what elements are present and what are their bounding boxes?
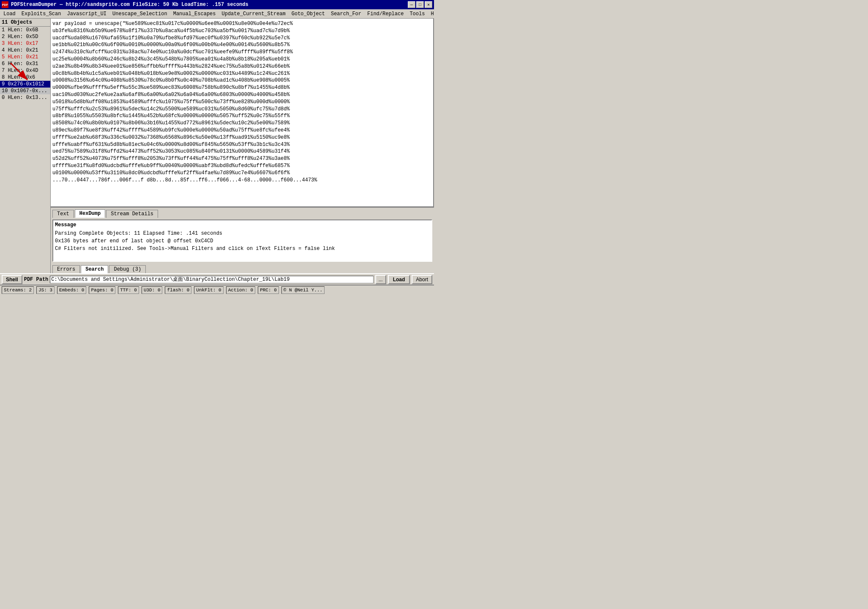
title-bar: PDF PDFStreamDumper — http://sandsprite.… [0, 0, 434, 9]
status-u3d: U3D: 0 [142, 286, 163, 294]
menu-tools[interactable]: Tools [407, 10, 427, 18]
bottom-tab-errors[interactable]: Errors [52, 265, 80, 273]
close-button[interactable]: ✕ [425, 1, 432, 8]
sidebar-item-5[interactable]: 5 HLen: 0x21 [0, 54, 50, 60]
status-prc: PRC: 0 [258, 286, 279, 294]
tab-hexdump[interactable]: HexDump [75, 209, 105, 218]
status-ttf: TTF: 0 [118, 286, 139, 294]
message-content: Parsing Complete Objects: 11 Elapsed Tim… [55, 230, 430, 252]
status-pages: Pages: 0 [89, 286, 115, 294]
bottom-tab-search[interactable]: Search [81, 265, 108, 273]
bottom-tab-debug[interactable]: Debug (3) [109, 265, 146, 273]
menu-load[interactable]: Load [1, 10, 18, 18]
browse-button[interactable]: ... [375, 275, 386, 284]
abort-button[interactable]: Abort [412, 275, 432, 284]
menu-find-replace[interactable]: Find/Replace [365, 10, 406, 18]
message-line-2: 0x136 bytes after end of last object @ o… [55, 237, 430, 245]
app-icon: PDF [2, 1, 8, 8]
sidebar-item-10[interactable]: 10 0x1067-0x... [0, 88, 50, 94]
tab-stream-details[interactable]: Stream Details [106, 210, 158, 218]
path-input[interactable] [50, 276, 373, 283]
right-panel: var payload = unescape("%ue589%uec81%u01… [51, 19, 434, 273]
tab-text[interactable]: Text [52, 210, 74, 218]
title-bar-controls: — □ ✕ [408, 1, 432, 8]
load-button[interactable]: Load [388, 275, 410, 284]
sidebar-item-0[interactable]: 0 HLen: 0x13... [0, 94, 50, 101]
sidebar-item-3[interactable]: 3 HLen: 0x17 [0, 40, 50, 47]
menu-update-current-stream[interactable]: Update_Current_Stream [219, 10, 288, 18]
sidebar-header: 11 Objects [0, 19, 50, 27]
sidebar-item-4[interactable]: 4 HLen: 0x21 [0, 47, 50, 54]
sidebar-item-9[interactable]: 9 0x276-0x1012 [0, 81, 50, 88]
menu-bar: Load Exploits_Scan Javascript_UI Unescap… [0, 9, 434, 19]
title-bar-left: PDF PDFStreamDumper — http://sandsprite.… [2, 1, 248, 8]
message-box: Message Parsing Complete Objects: 11 Ela… [52, 219, 432, 262]
status-flash: flash: 0 [165, 286, 191, 294]
menu-help-videos[interactable]: Help_Videos [428, 10, 434, 18]
status-js: JS: 3 [36, 286, 55, 294]
status-streams: Streams: 2 [2, 286, 34, 294]
sidebar-item-1[interactable]: 1 HLen: 0x6B [0, 27, 50, 33]
tabs-row: Text HexDump Stream Details [51, 208, 434, 218]
tabs-section: Text HexDump Stream Details Message Pars… [51, 207, 434, 273]
icon-label: PDF [2, 3, 8, 7]
sidebar-item-6[interactable]: 6 HLen: 0x31 [0, 60, 50, 67]
message-label: Message [55, 222, 430, 228]
title-text: PDFStreamDumper — http://sandsprite.com … [11, 2, 248, 8]
menu-manual-escapes[interactable]: Manual_Escapes [171, 10, 218, 18]
menu-exploits-scan[interactable]: Exploits_Scan [19, 10, 64, 18]
maximize-button[interactable]: □ [416, 1, 424, 8]
status-copyright: © N @Neil Y... [281, 286, 325, 294]
status-bar: Streams: 2 JS: 3 Embeds: 0 Pages: 0 TTF:… [0, 285, 434, 294]
sidebar-item-8[interactable]: 8 HLen: 0x6 [0, 74, 50, 81]
sidebar-item-7[interactable]: 7 HLen: 0x4D [0, 67, 50, 74]
path-bar: Shell PDF Path ... Load Abort [0, 273, 434, 285]
message-line-3: C# Filters not initilized. See Tools->Ma… [55, 245, 430, 252]
status-embeds: Embeds: 0 [57, 286, 86, 294]
menu-unescape-selection[interactable]: Unescape_Selection [110, 10, 170, 18]
menu-javascript-ui[interactable]: Javascript_UI [64, 10, 109, 18]
bottom-tabs: Errors Search Debug (3) [51, 263, 434, 273]
message-line-1: Parsing Complete Objects: 11 Elapsed Tim… [55, 230, 430, 237]
sidebar-item-2[interactable]: 2 HLen: 0x5D [0, 33, 50, 40]
status-action: Action: 0 [226, 286, 255, 294]
code-display[interactable]: var payload = unescape("%ue589%uec81%u01… [51, 19, 434, 207]
sidebar: 11 Objects 1 HLen: 0x6B 2 HLen: 0x5D 3 H… [0, 19, 51, 273]
status-unkflt: UnkFlt: 0 [194, 286, 223, 294]
shell-button[interactable]: Shell [2, 275, 22, 284]
menu-search-for[interactable]: Search_For [328, 10, 364, 18]
pdf-path-label: PDF Path [24, 277, 49, 283]
menu-goto-object[interactable]: Goto_Object [289, 10, 328, 18]
minimize-button[interactable]: — [408, 1, 415, 8]
main-content: 11 Objects 1 HLen: 0x6B 2 HLen: 0x5D 3 H… [0, 19, 434, 273]
